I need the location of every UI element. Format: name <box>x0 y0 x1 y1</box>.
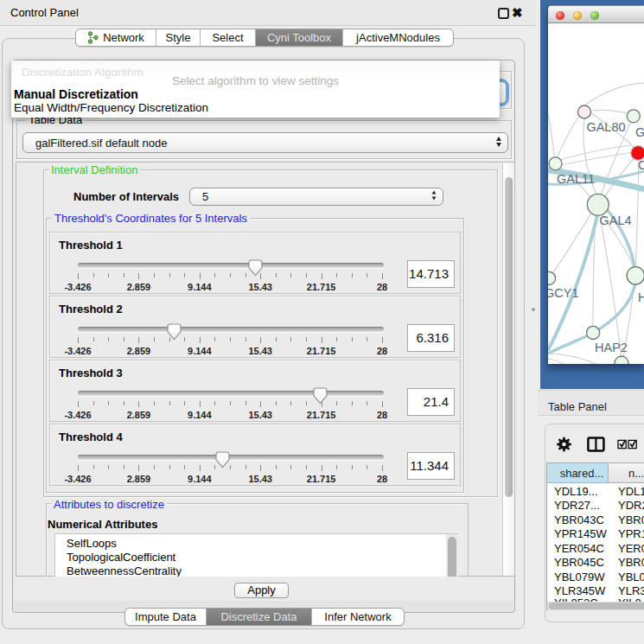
svg-text:GCY1: GCY1 <box>548 286 579 300</box>
svg-text:C: C <box>638 158 644 172</box>
svg-text:GAL4: GAL4 <box>599 214 631 227</box>
svg-text:GAL11: GAL11 <box>557 172 595 186</box>
svg-text:H: H <box>638 290 644 304</box>
svg-text:HAP2: HAP2 <box>595 341 628 354</box>
svg-text:GA: GA <box>635 125 644 139</box>
svg-text:GAL80: GAL80 <box>586 120 625 134</box>
